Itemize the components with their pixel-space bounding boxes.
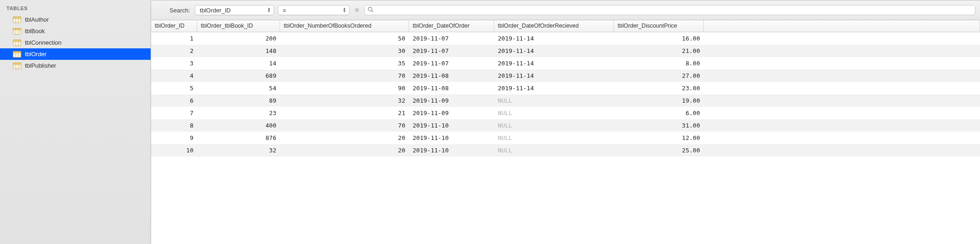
column-header[interactable]: tblOrder_ID <box>151 20 197 32</box>
cell: 2019-11-10 <box>409 145 494 156</box>
column-header[interactable]: tblOrder_DateOfOrder <box>409 20 494 32</box>
status-dot-icon <box>355 8 359 12</box>
sidebar-item-tblpublisher[interactable]: tblPublisher <box>0 60 151 71</box>
table-row[interactable]: 2148302019-11-072019-11-1421.00 <box>151 45 980 57</box>
sidebar-item-label: tblBook <box>25 28 45 35</box>
cell: 21 <box>280 107 409 119</box>
table-row[interactable]: 1032202019-11-10NULL25.00 <box>151 144 980 157</box>
sidebar-item-tblauthor[interactable]: tblAuthor <box>0 14 151 25</box>
cell: 2019-11-09 <box>409 107 494 119</box>
cell: 2019-11-14 <box>494 58 614 69</box>
cell: 876 <box>197 132 280 144</box>
cell: NULL <box>494 95 614 106</box>
search-box <box>364 5 975 15</box>
column-header[interactable]: tblOrder_DateOfOrderRecieved <box>494 20 614 32</box>
svg-rect-25 <box>13 63 21 64</box>
cell: 2019-11-07 <box>409 33 494 44</box>
table-row[interactable]: 314352019-11-072019-11-148.00 <box>151 57 980 70</box>
cell: 2019-11-14 <box>494 45 614 57</box>
grid-header: tblOrder_ID tblOrder_tblBook_ID tblOrder… <box>151 20 980 32</box>
sidebar-item-tblorder[interactable]: tblOrder <box>0 48 151 60</box>
cell: 2019-11-07 <box>409 45 494 57</box>
cell: 9 <box>151 132 197 144</box>
column-header[interactable]: tblOrder_NumberOfBooksOrdered <box>280 20 409 32</box>
chevron-updown-icon: ▲▼ <box>267 7 271 13</box>
data-grid: tblOrder_ID tblOrder_tblBook_ID tblOrder… <box>151 20 980 244</box>
cell: NULL <box>494 145 614 156</box>
cell: 27.00 <box>614 70 704 81</box>
cell: NULL <box>494 120 614 131</box>
cell: 20 <box>280 132 409 144</box>
cell: 32 <box>197 145 280 156</box>
search-input[interactable] <box>364 5 975 15</box>
cell: 5 <box>151 82 197 94</box>
column-header[interactable]: tblOrder_tblBook_ID <box>197 20 280 32</box>
cell: NULL <box>494 107 614 119</box>
table-row[interactable]: 1200502019-11-072019-11-1416.00 <box>151 32 980 45</box>
sidebar-item-tblconnection[interactable]: tblConnection <box>0 37 151 48</box>
table-icon <box>13 28 21 35</box>
sidebar-header: TABLES <box>0 4 151 14</box>
svg-rect-1 <box>13 17 21 18</box>
search-toolbar: Search: tblOrder_ID ▲▼ = ▲▼ <box>151 0 980 20</box>
cell: 10 <box>151 145 197 156</box>
search-label: Search: <box>156 7 191 14</box>
cell: 31.00 <box>614 120 704 131</box>
cell: 54 <box>197 82 280 94</box>
sidebar-item-label: tblPublisher <box>25 62 56 69</box>
cell: 70 <box>280 120 409 131</box>
cell: 6.00 <box>614 107 704 119</box>
cell: 30 <box>280 45 409 57</box>
svg-rect-19 <box>13 51 21 53</box>
cell: 25.00 <box>614 145 704 156</box>
cell: 50 <box>280 33 409 44</box>
sidebar-item-tblbook[interactable]: tblBook <box>0 25 151 37</box>
cell: 2019-11-09 <box>409 95 494 106</box>
column-header[interactable]: tblOrder_DiscountPrice <box>614 20 704 32</box>
cell: 6 <box>151 95 197 106</box>
search-operator-select[interactable]: = ▲▼ <box>278 5 350 15</box>
cell: 1 <box>151 33 197 44</box>
cell: 70 <box>280 70 409 81</box>
sidebar-item-label: tblAuthor <box>25 16 49 23</box>
cell: 2019-11-14 <box>494 82 614 94</box>
main: Search: tblOrder_ID ▲▼ = ▲▼ tblOrder_ID … <box>151 0 980 244</box>
sidebar-item-label: tblConnection <box>25 39 62 46</box>
cell: 148 <box>197 45 280 57</box>
table-row-empty <box>151 157 980 169</box>
cell: 21.00 <box>614 45 704 57</box>
table-row[interactable]: 554902019-11-082019-11-1423.00 <box>151 82 980 94</box>
cell: 2019-11-10 <box>409 132 494 144</box>
cell: 689 <box>197 70 280 81</box>
cell: 2019-11-14 <box>494 33 614 44</box>
table-icon <box>13 40 21 46</box>
cell: 2019-11-07 <box>409 58 494 69</box>
cell: 200 <box>197 33 280 44</box>
cell: 2019-11-10 <box>409 120 494 131</box>
sidebar-item-label: tblOrder <box>25 51 47 58</box>
cell: 8.00 <box>614 58 704 69</box>
cell: 35 <box>280 58 409 69</box>
cell: 12.00 <box>614 132 704 144</box>
cell: 2019-11-08 <box>409 82 494 94</box>
cell: 32 <box>280 95 409 106</box>
chevron-updown-icon: ▲▼ <box>343 7 346 13</box>
cell: 19.00 <box>614 95 704 106</box>
svg-rect-7 <box>13 28 21 30</box>
cell: 89 <box>197 95 280 106</box>
table-row[interactable]: 689322019-11-09NULL19.00 <box>151 94 980 107</box>
cell: 23 <box>197 107 280 119</box>
table-row[interactable]: 723212019-11-09NULL6.00 <box>151 107 980 119</box>
search-field-value: tblOrder_ID <box>200 7 231 14</box>
cell: 3 <box>151 58 197 69</box>
table-row[interactable]: 8400702019-11-10NULL31.00 <box>151 119 980 132</box>
table-row[interactable]: 4689702019-11-082019-11-1427.00 <box>151 70 980 82</box>
sidebar: TABLES tblAuthor tblBook tblConnection t… <box>0 0 151 244</box>
cell: 20 <box>280 145 409 156</box>
cell: 2 <box>151 45 197 57</box>
column-header-spacer <box>704 20 980 32</box>
cell: 400 <box>197 120 280 131</box>
search-field-select[interactable]: tblOrder_ID ▲▼ <box>195 5 274 15</box>
table-row[interactable]: 9876202019-11-10NULL12.00 <box>151 132 980 144</box>
table-icon <box>13 17 21 23</box>
